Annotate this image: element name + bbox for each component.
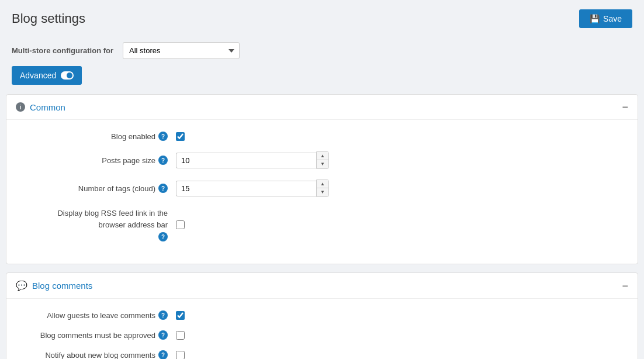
advanced-button[interactable]: Advanced: [12, 66, 82, 85]
notify-new-comments-row: Notify about new blog comments ?: [24, 350, 620, 359]
posts-page-size-down[interactable]: ▼: [317, 160, 328, 168]
posts-page-size-input[interactable]: [176, 153, 316, 168]
number-of-tags-control: ▲ ▼: [176, 180, 620, 197]
number-of-tags-spinner: ▲ ▼: [316, 180, 329, 197]
posts-page-size-input-wrap: ▲ ▼: [176, 151, 329, 169]
blog-enabled-checkbox[interactable]: [176, 132, 185, 141]
advanced-label: Advanced: [20, 71, 56, 80]
posts-page-size-up[interactable]: ▲: [317, 152, 328, 160]
advanced-toggle-icon: [61, 71, 74, 80]
notify-new-comments-help-icon[interactable]: ?: [158, 350, 168, 359]
notify-new-comments-control: [176, 351, 620, 360]
blog-comments-section-body: Allow guests to leave comments ? Blog co…: [6, 299, 638, 359]
allow-guests-label: Allow guests to leave comments ?: [24, 310, 176, 320]
blog-comments-title-area: 💬 Blog comments: [16, 280, 92, 291]
common-section-body: Blog enabled ? Posts page size ? ▲ ▼: [6, 120, 638, 264]
blog-comments-collapse-button[interactable]: −: [622, 281, 628, 291]
blog-enabled-label: Blog enabled ?: [24, 132, 176, 141]
blog-comments-section: 💬 Blog comments − Allow guests to leave …: [6, 272, 638, 359]
save-label: Save: [603, 14, 622, 23]
number-of-tags-input-wrap: ▲ ▼: [176, 180, 329, 197]
posts-page-size-spinner: ▲ ▼: [316, 151, 329, 169]
number-of-tags-label: Number of tags (cloud) ?: [24, 184, 176, 193]
display-rss-checkbox[interactable]: [176, 220, 185, 229]
number-of-tags-down[interactable]: ▼: [317, 188, 328, 196]
allow-guests-row: Allow guests to leave comments ?: [24, 310, 620, 320]
store-select[interactable]: All stores: [123, 42, 240, 59]
posts-page-size-label: Posts page size ?: [24, 156, 176, 165]
common-collapse-button[interactable]: −: [622, 102, 628, 112]
toolbar: Multi-store configuration for All stores: [0, 37, 644, 66]
save-icon: 💾: [590, 14, 600, 23]
page-title: Blog settings: [12, 11, 85, 26]
notify-new-comments-label: Notify about new blog comments ?: [24, 350, 176, 359]
display-rss-control: [176, 220, 620, 229]
number-of-tags-up[interactable]: ▲: [317, 180, 328, 188]
allow-guests-control: [176, 311, 620, 320]
common-section: i Common − Blog enabled ? Posts page siz…: [6, 94, 638, 264]
must-be-approved-checkbox[interactable]: [176, 331, 185, 340]
blog-comments-icon: 💬: [16, 280, 27, 291]
must-be-approved-help-icon[interactable]: ?: [158, 330, 168, 340]
posts-page-size-row: Posts page size ? ▲ ▼: [24, 151, 620, 169]
must-be-approved-row: Blog comments must be approved ?: [24, 330, 620, 340]
number-of-tags-input[interactable]: [176, 181, 316, 196]
number-of-tags-help-icon[interactable]: ?: [158, 184, 168, 193]
notify-new-comments-checkbox[interactable]: [176, 351, 185, 360]
allow-guests-help-icon[interactable]: ?: [158, 310, 168, 320]
display-rss-help-icon[interactable]: ?: [158, 232, 168, 241]
save-button[interactable]: 💾 Save: [579, 9, 632, 28]
posts-page-size-help-icon[interactable]: ?: [158, 156, 168, 165]
blog-enabled-row: Blog enabled ?: [24, 132, 620, 141]
number-of-tags-row: Number of tags (cloud) ? ▲ ▼: [24, 180, 620, 197]
must-be-approved-label: Blog comments must be approved ?: [24, 330, 176, 340]
common-section-header: i Common −: [6, 95, 638, 120]
blog-comments-title: Blog comments: [32, 281, 92, 291]
blog-comments-section-header: 💬 Blog comments −: [6, 273, 638, 299]
must-be-approved-control: [176, 331, 620, 340]
display-rss-label: Display blog RSS feed link in the browse…: [24, 208, 176, 241]
common-info-icon: i: [16, 102, 25, 112]
blog-enabled-control: [176, 132, 620, 141]
common-section-title: Common: [30, 102, 65, 112]
display-rss-row: Display blog RSS feed link in the browse…: [24, 208, 620, 241]
common-section-title-area: i Common: [16, 102, 65, 112]
posts-page-size-control: ▲ ▼: [176, 151, 620, 169]
blog-enabled-help-icon[interactable]: ?: [158, 132, 168, 141]
advanced-bar: Advanced: [0, 66, 644, 94]
page-header: Blog settings 💾 Save: [0, 0, 644, 37]
multistore-label: Multi-store configuration for: [12, 46, 113, 55]
allow-guests-checkbox[interactable]: [176, 311, 185, 320]
